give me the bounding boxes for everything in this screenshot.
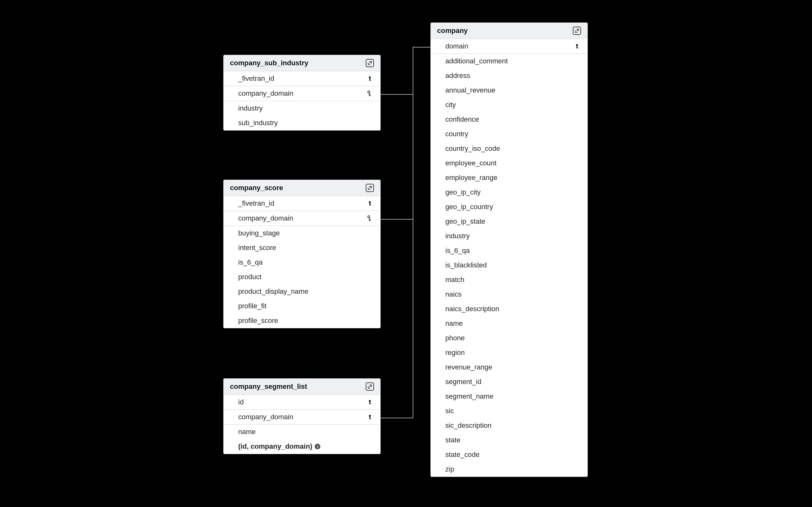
field-row: intent_score xyxy=(223,240,380,255)
field-name: geo_ip_city xyxy=(445,188,480,196)
table-header: company_sub_industry xyxy=(223,55,380,71)
svg-rect-13 xyxy=(369,418,371,419)
field-row: region xyxy=(431,345,588,360)
external-link-icon[interactable] xyxy=(366,59,374,67)
field-name: buying_stage xyxy=(238,229,280,237)
field-row: sic xyxy=(431,404,588,418)
svg-rect-2 xyxy=(369,80,371,80)
field-name: phone xyxy=(445,334,465,342)
field-name: is_blacklisted xyxy=(445,261,487,269)
table-header: company_segment_list xyxy=(223,379,380,395)
svg-point-14 xyxy=(576,44,578,46)
field-name: name xyxy=(238,428,256,436)
field-row: geo_ip_city xyxy=(431,185,588,200)
field-name: confidence xyxy=(445,115,479,124)
info-icon[interactable]: i xyxy=(315,444,320,449)
field-name: company_domain xyxy=(238,413,293,421)
external-link-icon[interactable] xyxy=(573,26,581,35)
svg-point-4 xyxy=(369,201,371,203)
field-row: employee_count xyxy=(431,156,588,170)
field-row: company_domain xyxy=(223,211,380,226)
field-row: geo_ip_state xyxy=(431,214,588,229)
table-company-sub-industry[interactable]: company_sub_industry _fivetran_id compan… xyxy=(223,55,380,130)
field-name: company_domain xyxy=(238,214,293,222)
field-row: additional_comment xyxy=(431,54,588,68)
svg-point-7 xyxy=(368,216,370,218)
composite-key-row: (id, company_domain) i xyxy=(223,439,380,454)
external-link-icon[interactable] xyxy=(366,184,374,192)
field-row: zip xyxy=(431,462,588,476)
table-company[interactable]: company domain additional_comment addres… xyxy=(430,22,588,477)
field-name: company_domain xyxy=(238,89,293,98)
field-name: profile_score xyxy=(238,317,278,325)
field-name: intent_score xyxy=(238,244,276,252)
field-name: _fivetran_id xyxy=(238,74,274,83)
table-company-segment-list[interactable]: company_segment_list id company_domain n… xyxy=(223,378,380,454)
field-row: naics_description xyxy=(431,302,588,316)
field-row: company_domain xyxy=(223,86,380,101)
field-name: sic xyxy=(445,407,454,415)
field-name: segment_id xyxy=(445,378,481,386)
field-row: segment_name xyxy=(431,389,588,404)
field-name: annual_revenue xyxy=(445,86,496,95)
field-row: naics xyxy=(431,287,588,302)
table-title: company_sub_industry xyxy=(230,59,308,67)
field-name: name xyxy=(445,320,463,328)
field-name: zip xyxy=(445,465,454,473)
field-name: state xyxy=(445,436,461,444)
field-row: revenue_range xyxy=(431,360,588,375)
field-row: is_6_qa xyxy=(223,255,380,270)
svg-point-11 xyxy=(369,415,371,417)
table-title: company_score xyxy=(230,184,283,192)
svg-point-8 xyxy=(369,400,371,402)
field-name: industry xyxy=(445,232,470,240)
external-link-icon[interactable] xyxy=(366,383,374,391)
field-name: city xyxy=(445,101,456,109)
field-row: industry xyxy=(431,229,588,243)
field-name: is_6_qa xyxy=(238,258,263,267)
field-name: revenue_range xyxy=(445,363,492,372)
field-row: sub_industry xyxy=(223,116,380,130)
field-name: naics xyxy=(445,290,461,298)
field-row: employee_range xyxy=(431,170,588,185)
field-row: name xyxy=(223,425,380,439)
field-row: country xyxy=(431,127,588,141)
field-row: state xyxy=(431,433,588,447)
field-name: _fivetran_id xyxy=(238,199,274,208)
primary-key-icon xyxy=(366,399,374,405)
table-header: company xyxy=(431,23,588,39)
field-name: match xyxy=(445,276,464,284)
field-name: id xyxy=(238,398,244,406)
relationship-lines xyxy=(0,0,812,507)
field-row: _fivetran_id xyxy=(223,196,380,211)
foreign-key-icon xyxy=(366,90,374,97)
field-row: product_display_name xyxy=(223,284,380,299)
primary-key-icon xyxy=(366,76,374,81)
field-row: profile_fit xyxy=(223,299,380,314)
primary-key-icon xyxy=(573,43,581,49)
field-row: product xyxy=(223,270,380,284)
table-title: company xyxy=(437,26,468,35)
field-row: geo_ip_country xyxy=(431,200,588,214)
field-name: domain xyxy=(445,42,468,50)
field-name: naics_description xyxy=(445,305,499,313)
svg-point-3 xyxy=(368,91,370,93)
field-row: match xyxy=(431,273,588,287)
field-row: annual_revenue xyxy=(431,83,588,98)
field-name: region xyxy=(445,349,465,357)
field-row: _fivetran_id xyxy=(223,71,380,86)
table-company-score[interactable]: company_score _fivetran_id company_domai… xyxy=(223,180,380,328)
field-name: country_iso_code xyxy=(445,145,500,153)
field-name: address xyxy=(445,72,470,80)
field-row: name xyxy=(431,316,588,331)
table-title: company_segment_list xyxy=(230,383,307,391)
field-row: phone xyxy=(431,331,588,345)
field-name: product xyxy=(238,273,261,281)
primary-key-icon xyxy=(366,414,374,420)
field-name: country xyxy=(445,130,468,138)
field-row: address xyxy=(431,68,588,83)
field-name: is_6_qa xyxy=(445,246,470,255)
field-row: sic_description xyxy=(431,418,588,433)
svg-rect-6 xyxy=(369,205,371,205)
field-name: product_display_name xyxy=(238,287,308,296)
